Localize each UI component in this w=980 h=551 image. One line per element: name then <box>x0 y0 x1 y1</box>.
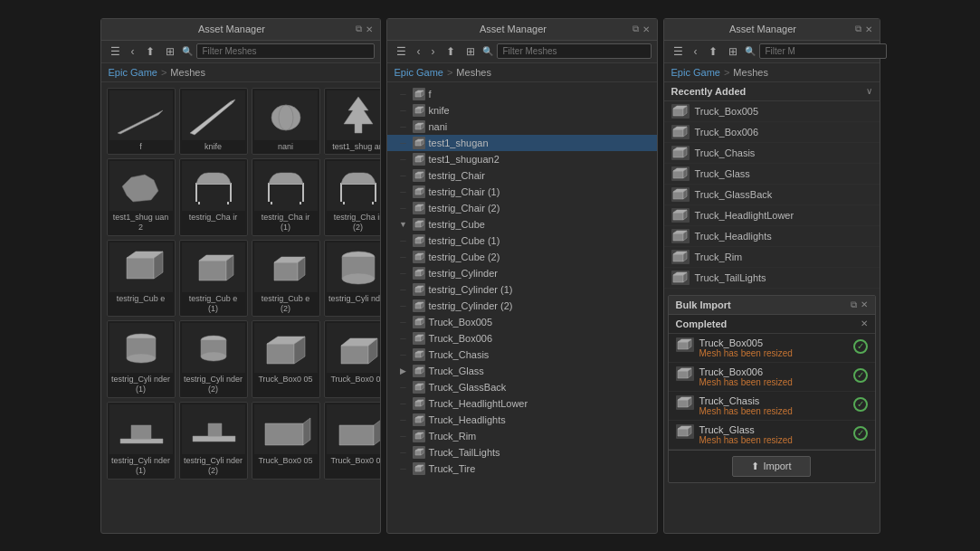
panel3-breadcrumb-root[interactable]: Epic Game <box>671 67 720 78</box>
asset-tile[interactable]: testrig_Cha ir <box>179 158 248 236</box>
tree-item[interactable]: ─Truck_Tire <box>387 461 657 477</box>
asset-tile[interactable]: Truck_Box0 06 <box>324 402 380 480</box>
asset-tile[interactable]: Truck_Box0 05 <box>252 402 320 480</box>
panel3-title-icons: ⧉ ✕ <box>855 24 872 34</box>
panel3-toolbar: ☰ ‹ ⬆ ⊞ 🔍 <box>664 41 880 63</box>
tree-item[interactable]: ─testrig_Chair <box>387 167 657 184</box>
list-item[interactable]: Truck_GlassBack <box>664 185 880 205</box>
panel2-breadcrumb-root[interactable]: Epic Game <box>395 67 443 78</box>
completed-close-icon[interactable]: ✕ <box>861 318 868 328</box>
import-item[interactable]: Truck_ChasisMesh has been resized✓ <box>669 392 875 421</box>
tree-item[interactable]: ─Truck_Box006 <box>387 330 657 347</box>
tree-item[interactable]: ─Truck_Chasis <box>387 347 657 363</box>
panel1-close-icon[interactable]: ✕ <box>366 24 373 34</box>
mesh-icon <box>413 185 425 198</box>
asset-tile[interactable]: testrig_Cyli nder (1) <box>107 320 176 398</box>
asset-tile[interactable]: testrig_Cha ir (1) <box>252 158 320 236</box>
tree-item[interactable]: ─testrig_Chair (2) <box>387 200 657 216</box>
bulk-import-dock-icon[interactable]: ⧉ <box>851 299 857 310</box>
tree-expand-icon: ─ <box>398 431 409 442</box>
tree-item[interactable]: ─test1_shugan <box>387 135 657 151</box>
tree-item[interactable]: ─nani <box>387 119 657 135</box>
panel3-search-input[interactable] <box>759 43 887 59</box>
panel3-dock-icon[interactable]: ⧉ <box>855 24 861 34</box>
panel3-close-icon[interactable]: ✕ <box>865 24 872 34</box>
asset-tile[interactable]: testrig_Cyli nder <box>324 240 380 318</box>
asset-tile[interactable]: testrig_Cub e (1) <box>179 240 248 318</box>
tree-item[interactable]: ─f <box>387 86 657 102</box>
tree-item[interactable]: ─Truck_Box005 <box>387 314 657 330</box>
asset-tile[interactable]: Truck_Box0 06 <box>324 320 380 398</box>
asset-tile[interactable]: Truck_Box0 05 <box>252 320 320 398</box>
panel3-menu-btn[interactable]: ☰ <box>670 43 687 60</box>
tree-item[interactable]: ─Truck_GlassBack <box>387 379 657 395</box>
list-item[interactable]: Truck_Glass <box>664 164 880 185</box>
asset-tile[interactable]: test1_shug uan2 <box>107 158 176 236</box>
panel2-menu-btn[interactable]: ☰ <box>393 43 410 60</box>
mesh-icon <box>413 267 425 280</box>
panel3-grid-btn[interactable]: ⊞ <box>725 43 741 60</box>
tree-item[interactable]: ─testrig_Cylinder (1) <box>387 281 657 298</box>
panel2-close-icon[interactable]: ✕ <box>642 24 650 34</box>
asset-tile[interactable]: testrig_Cyli nder (1) <box>107 402 176 480</box>
list-item[interactable]: Truck_Rim <box>664 247 880 268</box>
recently-added-collapse-icon[interactable]: ∨ <box>866 86 872 96</box>
panel1-upload-btn[interactable]: ⬆ <box>142 43 158 60</box>
import-item[interactable]: Truck_GlassMesh has been resized✓ <box>669 421 875 450</box>
import-item[interactable]: Truck_Box006Mesh has been resized✓ <box>669 363 875 392</box>
panel2-grid-btn[interactable]: ⊞ <box>462 43 479 60</box>
panel2-forward-btn[interactable]: › <box>428 43 439 60</box>
panel2-dock-icon[interactable]: ⧉ <box>633 24 639 34</box>
panel1-menu-btn[interactable]: ☰ <box>107 43 124 60</box>
list-item-thumb <box>671 187 690 202</box>
list-item[interactable]: Truck_Chasis <box>664 143 880 164</box>
panel2-back-btn[interactable]: ‹ <box>414 43 424 60</box>
panel3-back-btn[interactable]: ‹ <box>690 43 701 60</box>
tree-item[interactable]: ▶Truck_Glass <box>387 363 657 379</box>
panel1-dock-icon[interactable]: ⧉ <box>356 24 362 34</box>
panel1-back-btn[interactable]: ‹ <box>128 43 138 60</box>
tree-item[interactable]: ▼testrig_Cube <box>387 216 657 233</box>
tree-item[interactable]: ─testrig_Cylinder (2) <box>387 298 657 314</box>
asset-tile[interactable]: knife <box>179 88 248 156</box>
bulk-import-close-icon[interactable]: ✕ <box>861 299 868 309</box>
asset-tile[interactable]: test1_shug an <box>324 88 380 156</box>
asset-tile[interactable]: nani <box>252 88 320 156</box>
panel3-upload-btn[interactable]: ⬆ <box>705 43 721 60</box>
asset-tile[interactable]: testrig_Cyli nder (2) <box>179 402 248 480</box>
tree-expand-icon: ─ <box>398 398 409 409</box>
asset-tile[interactable]: testrig_Cyli nder (2) <box>179 320 248 398</box>
asset-tile[interactable]: testrig_Cub e <box>107 240 176 318</box>
import-status-icon: ✓ <box>853 368 868 383</box>
panel2-title-icons: ⧉ ✕ <box>633 24 650 34</box>
list-item[interactable]: Truck_Headlights <box>664 226 880 247</box>
panel1-grid-btn[interactable]: ⊞ <box>162 43 178 60</box>
panel2-upload-btn[interactable]: ⬆ <box>442 43 459 60</box>
import-button[interactable]: ⬆ Import <box>732 456 810 477</box>
list-item[interactable]: Truck_Box005 <box>664 101 880 122</box>
tree-item[interactable]: ─testrig_Cylinder <box>387 265 657 281</box>
list-item[interactable]: Truck_HeadlightLower <box>664 205 880 226</box>
list-item[interactable]: Truck_Tire <box>664 289 880 291</box>
tree-item[interactable]: ─Truck_Rim <box>387 428 657 444</box>
panel1-search-input[interactable] <box>196 43 375 59</box>
asset-thumbnail <box>254 90 318 140</box>
asset-tile[interactable]: testrig_Cub e (2) <box>252 240 320 318</box>
list-item[interactable]: Truck_Box006 <box>664 122 880 143</box>
import-item[interactable]: Truck_Box005Mesh has been resized✓ <box>669 334 875 363</box>
tree-item[interactable]: ─testrig_Cube (1) <box>387 233 657 249</box>
list-item[interactable]: Truck_TailLights <box>664 268 880 289</box>
asset-tile[interactable]: f <box>107 88 176 156</box>
panel1-toolbar: ☰ ‹ ⬆ ⊞ 🔍 <box>101 41 380 63</box>
panel1-breadcrumb-root[interactable]: Epic Game <box>109 67 157 78</box>
tree-item[interactable]: ─test1_shuguan2 <box>387 151 657 167</box>
panel2-search-input[interactable] <box>497 43 652 59</box>
tree-item-label: testrig_Cylinder (2) <box>429 300 513 311</box>
tree-item[interactable]: ─Truck_HeadlightLower <box>387 395 657 412</box>
tree-item[interactable]: ─Truck_Headlights <box>387 412 657 428</box>
tree-item[interactable]: ─knife <box>387 102 657 119</box>
tree-item[interactable]: ─testrig_Cube (2) <box>387 249 657 265</box>
tree-item[interactable]: ─Truck_TailLights <box>387 444 657 461</box>
tree-item[interactable]: ─testrig_Chair (1) <box>387 184 657 200</box>
asset-tile[interactable]: testrig_Cha ir (2) <box>324 158 380 236</box>
